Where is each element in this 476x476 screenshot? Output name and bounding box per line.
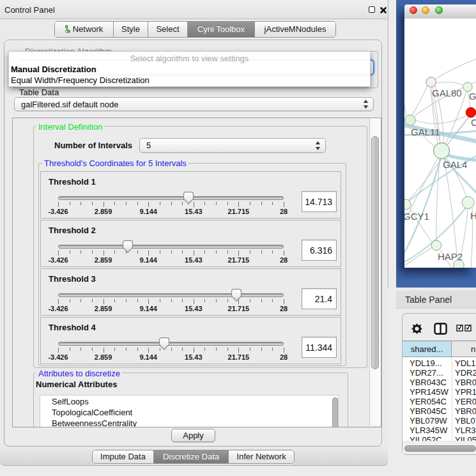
attribute-item[interactable]: SelfLoops bbox=[52, 397, 89, 406]
network-node[interactable] bbox=[462, 197, 474, 209]
tab-impute-data: Impute Data bbox=[100, 452, 146, 461]
threshold-value-field[interactable]: 11.344 bbox=[302, 337, 337, 358]
table-cell-shared-name[interactable]: YBR043C bbox=[410, 378, 447, 387]
slider-tick bbox=[70, 348, 70, 351]
table-cell-shared-name[interactable]: YDL19... bbox=[410, 358, 442, 368]
interval-definition-title: Interval Definition bbox=[36, 122, 104, 132]
control-panel-titlebar[interactable] bbox=[0, 0, 388, 19]
threshold-value-field[interactable]: 14.713 bbox=[302, 191, 337, 212]
close-traffic-icon[interactable] bbox=[410, 6, 417, 14]
table-column-divider bbox=[452, 357, 452, 443]
slider-tick bbox=[92, 299, 93, 302]
network-edge bbox=[415, 116, 466, 124]
slider-thumb[interactable] bbox=[123, 240, 134, 253]
threshold-value-field[interactable]: 6.316 bbox=[302, 240, 337, 261]
gear-icon bbox=[411, 323, 422, 334]
tab-impute-data[interactable]: Impute Data bbox=[93, 450, 154, 463]
checkbox-icon[interactable] bbox=[464, 324, 472, 332]
zoom-traffic-icon[interactable] bbox=[435, 6, 443, 14]
slider-track[interactable] bbox=[58, 196, 284, 200]
slider-tick bbox=[284, 202, 284, 207]
list-scrollbar-thumb[interactable] bbox=[332, 397, 338, 427]
slider-thumb[interactable] bbox=[231, 289, 242, 302]
network-node[interactable] bbox=[434, 143, 450, 159]
slider-tick-label: 2.859 bbox=[95, 305, 112, 312]
gear-icon[interactable] bbox=[411, 323, 422, 334]
column-header-name[interactable]: n... bbox=[452, 341, 476, 357]
network-node[interactable] bbox=[431, 240, 441, 250]
table-hscrollbar-thumb[interactable] bbox=[404, 445, 476, 452]
network-edge bbox=[434, 59, 476, 80]
close-icon[interactable] bbox=[380, 7, 387, 13]
table-cell-name[interactable]: YLR34 bbox=[455, 426, 476, 435]
table-cell-shared-name[interactable]: YBL079W bbox=[410, 416, 447, 426]
tab-cyni-toolbox[interactable]: Cyni Toolbox bbox=[188, 22, 255, 37]
numerical-attributes-list[interactable]: SelfLoopsTopologicalCoefficientBetweenne… bbox=[40, 395, 339, 427]
table-cell-shared-name[interactable]: YDR27... bbox=[410, 368, 443, 378]
network-node[interactable] bbox=[426, 77, 436, 88]
slider-tick bbox=[137, 202, 138, 205]
slider-tick bbox=[250, 348, 250, 351]
slider-tick bbox=[182, 299, 183, 302]
network-edge bbox=[404, 247, 433, 268]
table-cell-shared-name[interactable]: YPR145W bbox=[410, 387, 449, 397]
slider-tick-label: -3.426 bbox=[48, 256, 68, 264]
scrollbar-thumb[interactable] bbox=[371, 136, 379, 369]
table-cell-name[interactable]: YDR27 bbox=[455, 368, 476, 378]
split-divider[interactable] bbox=[388, 0, 395, 288]
slider-tick bbox=[92, 250, 93, 254]
slider-tick bbox=[58, 348, 59, 353]
slider-tick bbox=[148, 202, 149, 207]
threshold-value: 6.316 bbox=[310, 245, 332, 256]
dropdown-placeholder-item[interactable]: Select algorithm to view settings bbox=[9, 54, 370, 63]
slider-thumb[interactable] bbox=[183, 192, 194, 204]
apply-button[interactable]: Apply bbox=[171, 429, 215, 442]
network-node-label: GAL4 bbox=[443, 159, 467, 170]
float-window-icon[interactable] bbox=[369, 6, 375, 13]
tab-select[interactable]: Select bbox=[148, 22, 188, 37]
slider-tick bbox=[272, 202, 273, 205]
table-cell-name[interactable]: YBR04 bbox=[455, 406, 476, 416]
dropdown-option-equal-width[interactable]: Equal Width/Frequency Discretization bbox=[9, 75, 372, 85]
tab-cyni-toolbox: Cyni Toolbox bbox=[197, 24, 245, 34]
number-of-intervals-combobox[interactable]: 5 bbox=[139, 138, 326, 153]
slider-track[interactable] bbox=[58, 245, 284, 249]
slider-tick bbox=[70, 250, 70, 254]
table-cell-name[interactable]: YDL19 bbox=[455, 358, 476, 368]
slider-tick bbox=[160, 250, 160, 254]
table-cell-shared-name[interactable]: YER054C bbox=[410, 397, 447, 406]
dropdown-option-manual[interactable]: Manual Discretization bbox=[9, 65, 372, 74]
table-cell-name[interactable]: YER05 bbox=[455, 397, 476, 406]
network-canvas[interactable]: GAL80G.CGAL11GAL4GCY1HHAP2 bbox=[404, 19, 476, 268]
attribute-item[interactable]: TopologicalCoefficient bbox=[52, 408, 132, 417]
table-cell-shared-name[interactable]: YLR345W bbox=[410, 426, 447, 435]
table-data-combobox[interactable]: galFiltered.sif default node bbox=[14, 97, 374, 111]
threshold-value-field[interactable]: 21.4 bbox=[302, 288, 337, 309]
slider-track[interactable] bbox=[58, 342, 284, 346]
slider-thumb[interactable] bbox=[158, 337, 169, 350]
combo-arrows-icon bbox=[315, 141, 321, 150]
tab-style[interactable]: Style bbox=[114, 22, 148, 37]
network-node[interactable] bbox=[466, 107, 475, 117]
columns-icon[interactable] bbox=[434, 323, 447, 335]
table-cell-name[interactable]: YBR04 bbox=[455, 378, 476, 387]
network-node[interactable] bbox=[405, 115, 415, 125]
tab-discretize-data[interactable]: Discretize Data bbox=[154, 450, 229, 463]
slider-track[interactable] bbox=[58, 293, 284, 297]
table-cell-name[interactable]: YBL07 bbox=[455, 416, 476, 426]
checkbox-icon[interactable] bbox=[456, 324, 463, 332]
table-cell-shared-name[interactable]: YBR045C bbox=[410, 406, 447, 416]
column-header-shared-name[interactable]: shared... bbox=[403, 341, 452, 357]
table-cell-name[interactable]: YPR14 bbox=[455, 387, 476, 397]
slider-tick-label: 28 bbox=[280, 256, 288, 264]
slider-tick bbox=[227, 250, 228, 254]
slider-tick-label: -3.426 bbox=[48, 208, 68, 215]
control-panel-tabs: NetworkStyleSelectCyni ToolboxjActiveMNo… bbox=[54, 21, 336, 38]
table-body[interactable]: YDL19...YDL19YDR27...YDR27YBR043CYBR04YP… bbox=[403, 357, 476, 443]
tab-network[interactable]: Network bbox=[55, 22, 114, 37]
tab-network-label: Network bbox=[73, 24, 104, 34]
attribute-item[interactable]: BetweennessCentrality bbox=[52, 418, 137, 427]
minimize-traffic-icon[interactable] bbox=[422, 6, 429, 14]
tab-infer-network[interactable]: Infer Network bbox=[229, 450, 294, 463]
tab-jactivemnodules[interactable]: jActiveMNodules bbox=[255, 22, 335, 37]
